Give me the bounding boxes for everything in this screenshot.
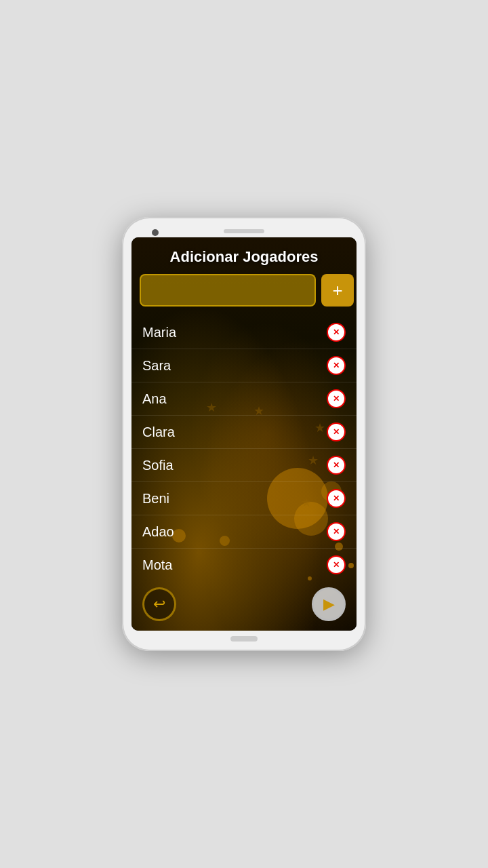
- player-item: Mota: [131, 549, 357, 580]
- screen: ★ ★ ★ ★ ★ Adicionar Jogadores + MariaSar…: [131, 237, 357, 631]
- player-item: Adao: [131, 515, 357, 549]
- player-name: Mota: [142, 557, 172, 573]
- player-name: Adao: [142, 524, 174, 540]
- player-list: MariaSaraAnaClaraSofiaBeniAdaoMota: [131, 316, 357, 580]
- player-name: Maria: [142, 325, 176, 340]
- player-name: Beni: [142, 491, 169, 507]
- player-name: Sofia: [142, 458, 174, 473]
- player-item: Maria: [131, 316, 357, 349]
- phone-notch: [131, 229, 357, 233]
- player-item: Sara: [131, 349, 357, 382]
- player-item: Ana: [131, 382, 357, 416]
- remove-player-button[interactable]: [327, 555, 346, 574]
- player-name: Sara: [142, 358, 171, 374]
- back-button[interactable]: ↩: [142, 587, 176, 621]
- player-name: Ana: [142, 391, 167, 407]
- remove-player-button[interactable]: [327, 323, 346, 342]
- play-button[interactable]: ▶: [312, 587, 346, 621]
- add-player-button[interactable]: +: [321, 274, 354, 307]
- player-name: Clara: [142, 425, 175, 440]
- remove-player-button[interactable]: [327, 422, 346, 441]
- bottom-bar: ↩ ▶: [131, 580, 357, 631]
- remove-player-button[interactable]: [327, 489, 346, 508]
- speaker-bar: [224, 229, 264, 233]
- remove-player-button[interactable]: [327, 522, 346, 541]
- camera-dot: [152, 229, 159, 236]
- player-item: Clara: [131, 416, 357, 449]
- player-name-input[interactable]: [140, 274, 316, 307]
- phone-frame: ★ ★ ★ ★ ★ Adicionar Jogadores + MariaSar…: [122, 217, 366, 651]
- remove-player-button[interactable]: [327, 389, 346, 408]
- page-title: Adicionar Jogadores: [131, 237, 357, 274]
- screen-content: Adicionar Jogadores + MariaSaraAnaClaraS…: [131, 237, 357, 631]
- home-bar: [230, 636, 258, 642]
- input-row: +: [140, 274, 348, 307]
- player-item: Sofia: [131, 449, 357, 482]
- player-item: Beni: [131, 482, 357, 515]
- remove-player-button[interactable]: [327, 356, 346, 375]
- remove-player-button[interactable]: [327, 456, 346, 475]
